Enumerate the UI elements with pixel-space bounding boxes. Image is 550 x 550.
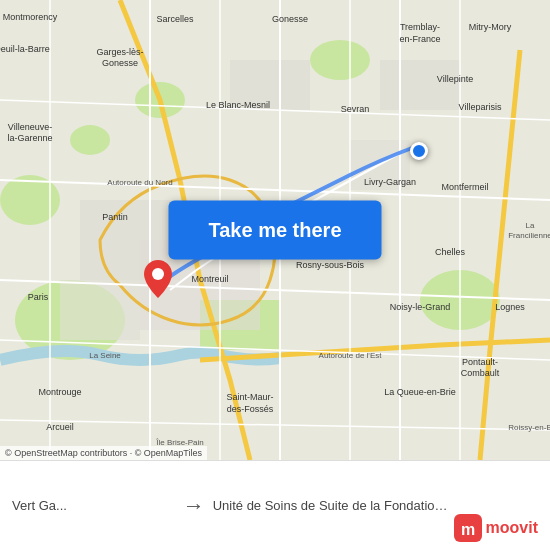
svg-text:Saint-Maur-: Saint-Maur- <box>226 392 273 402</box>
svg-text:Lognes: Lognes <box>495 302 525 312</box>
svg-text:Pontault-: Pontault- <box>462 357 498 367</box>
svg-text:Villeparisis: Villeparisis <box>459 102 502 112</box>
svg-text:La: La <box>526 221 535 230</box>
svg-text:Tremblay-: Tremblay- <box>400 22 440 32</box>
map-container[interactable]: Sarcelles Gonesse Tremblay- en-France Mi… <box>0 0 550 460</box>
from-label: Vert Ga... <box>12 498 172 513</box>
moovit-logo: m moovit <box>454 514 538 542</box>
origin-marker <box>410 142 428 160</box>
svg-text:Mitry-Mory: Mitry-Mory <box>469 22 512 32</box>
svg-text:des-Fossés: des-Fossés <box>227 404 274 414</box>
svg-text:Livry-Gargan: Livry-Gargan <box>364 177 416 187</box>
svg-point-7 <box>70 125 110 155</box>
moovit-label: moovit <box>486 519 538 537</box>
svg-text:Deuil-la-Barre: Deuil-la-Barre <box>0 44 50 54</box>
svg-text:La Queue-en-Brie: La Queue-en-Brie <box>384 387 456 397</box>
svg-point-5 <box>310 40 370 80</box>
svg-rect-9 <box>60 280 140 340</box>
svg-text:Combault: Combault <box>461 368 500 378</box>
arrow-icon: → <box>183 493 205 519</box>
svg-text:Montmorency: Montmorency <box>3 12 58 22</box>
svg-text:Villeneuve-: Villeneuve- <box>8 122 52 132</box>
svg-text:Gonesse: Gonesse <box>102 58 138 68</box>
svg-text:Gonesse: Gonesse <box>272 14 308 24</box>
to-label: Unité de Soins de Suite de la Fondation … <box>213 498 453 513</box>
svg-text:Paris: Paris <box>28 292 49 302</box>
svg-text:Le Blanc-Mesnil: Le Blanc-Mesnil <box>206 100 270 110</box>
svg-rect-13 <box>380 60 460 110</box>
svg-text:en-France: en-France <box>399 34 440 44</box>
svg-text:Pantin: Pantin <box>102 212 128 222</box>
svg-text:Autoroute du Nord: Autoroute du Nord <box>107 178 172 187</box>
svg-text:Rosny-sous-Bois: Rosny-sous-Bois <box>296 260 365 270</box>
svg-text:Montreuil: Montreuil <box>191 274 228 284</box>
svg-text:Francilienne: Francilienne <box>508 231 550 240</box>
moovit-icon: m <box>454 514 482 542</box>
svg-text:Arcueil: Arcueil <box>46 422 74 432</box>
osm-attribution: © OpenStreetMap contributors · © OpenMap… <box>0 446 207 460</box>
svg-text:Villepinte: Villepinte <box>437 74 473 84</box>
svg-text:Garges-lès-: Garges-lès- <box>96 47 143 57</box>
destination-marker <box>144 260 176 300</box>
svg-text:Montfermeil: Montfermeil <box>441 182 488 192</box>
svg-text:Autoroute de l'Est: Autoroute de l'Est <box>319 351 383 360</box>
svg-text:Sarcelles: Sarcelles <box>156 14 194 24</box>
svg-point-67 <box>152 268 164 280</box>
svg-text:la-Garenne: la-Garenne <box>7 133 52 143</box>
route-to: Unité de Soins de Suite de la Fondation … <box>213 498 538 513</box>
take-me-there-button[interactable]: Take me there <box>168 201 381 260</box>
svg-text:Sevran: Sevran <box>341 104 370 114</box>
bottom-bar: Vert Ga... → Unité de Soins de Suite de … <box>0 460 550 550</box>
svg-text:Roissy-en-B: Roissy-en-B <box>508 423 550 432</box>
svg-text:Montrouge: Montrouge <box>38 387 81 397</box>
svg-text:La Seine: La Seine <box>89 351 121 360</box>
svg-text:Chelles: Chelles <box>435 247 466 257</box>
route-from: Vert Ga... <box>12 498 175 513</box>
svg-text:Noisy-le-Grand: Noisy-le-Grand <box>390 302 451 312</box>
svg-text:m: m <box>460 521 474 538</box>
